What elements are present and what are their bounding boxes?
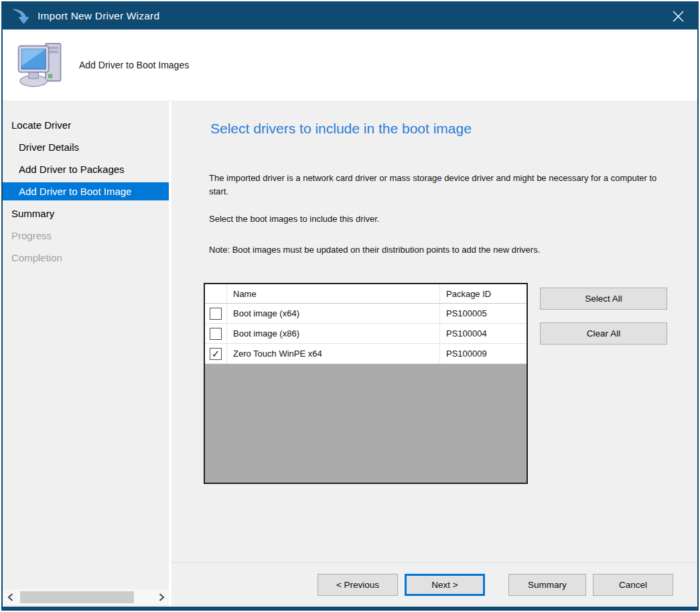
row-name: Boot image (x64): [227, 304, 440, 323]
boot-image-table-area: Name Package ID Boot image (x64) PS10000…: [204, 283, 677, 484]
window-title: Import New Driver Wizard: [38, 10, 658, 22]
import-arrow-icon: [12, 7, 29, 25]
page-title: Select drivers to include in the boot im…: [210, 121, 677, 137]
table-header-row: Name Package ID: [205, 284, 527, 304]
header-title: Add Driver to Boot Images: [79, 60, 189, 70]
select-all-button[interactable]: Select All: [540, 288, 667, 310]
sidebar-item-completion: Completion: [3, 249, 169, 267]
selection-buttons: Select All Clear All: [540, 288, 667, 484]
close-button[interactable]: [658, 3, 697, 29]
table-row[interactable]: Boot image (x64) PS100005: [205, 304, 527, 324]
cancel-button[interactable]: Cancel: [593, 574, 673, 596]
description-text: The imported driver is a network card dr…: [209, 172, 677, 198]
content-pane: Select drivers to include in the boot im…: [171, 101, 697, 607]
row-package-id: PS100005: [440, 304, 527, 323]
header-checkbox-cell: [205, 284, 227, 303]
scrollbar-thumb[interactable]: [20, 591, 134, 603]
table-row[interactable]: Zero Touch WinPE x64 PS100009: [205, 344, 527, 364]
sidebar-item-locate-driver[interactable]: Locate Driver: [3, 116, 169, 134]
clear-all-button[interactable]: Clear All: [540, 322, 667, 345]
wizard-footer: < Previous Next > Summary Cancel: [171, 562, 697, 607]
column-header-name[interactable]: Name: [227, 284, 440, 303]
row-checkbox[interactable]: [210, 348, 222, 360]
wizard-header: Add Driver to Boot Images: [3, 29, 697, 101]
scroll-right-arrow-icon[interactable]: [154, 589, 169, 605]
titlebar[interactable]: Import New Driver Wizard: [3, 3, 697, 29]
sidebar-item-add-driver-to-boot-image[interactable]: Add Driver to Boot Image: [3, 182, 169, 200]
sidebar-item-add-driver-to-packages[interactable]: Add Driver to Packages: [3, 160, 169, 178]
table-row[interactable]: Boot image (x86) PS100004: [205, 324, 527, 344]
computer-icon: [16, 40, 67, 90]
table-empty-area: [205, 364, 527, 483]
scrollbar-track[interactable]: [17, 589, 154, 605]
step-sidebar: Locate Driver Driver Details Add Driver …: [3, 101, 169, 607]
content-main: Select drivers to include in the boot im…: [171, 101, 697, 562]
row-package-id: PS100009: [440, 344, 527, 363]
sidebar-item-summary[interactable]: Summary: [3, 204, 169, 223]
wizard-window: Import New Driver Wizard Add Driver to B…: [1, 1, 699, 611]
sidebar-horizontal-scrollbar[interactable]: [3, 589, 169, 605]
sidebar-item-progress: Progress: [3, 227, 169, 245]
scroll-left-arrow-icon[interactable]: [3, 589, 17, 605]
summary-button[interactable]: Summary: [508, 574, 586, 596]
previous-button[interactable]: < Previous: [318, 574, 398, 596]
row-name: Boot image (x86): [227, 324, 440, 343]
next-button[interactable]: Next >: [405, 574, 485, 596]
row-name: Zero Touch WinPE x64: [227, 344, 440, 363]
row-package-id: PS100004: [440, 324, 527, 343]
instruction-text: Select the boot images to include this d…: [209, 212, 677, 226]
column-header-package-id[interactable]: Package ID: [440, 284, 527, 303]
note-text: Note: Boot images must be updated on the…: [209, 243, 677, 257]
row-checkbox[interactable]: [210, 328, 222, 340]
sidebar-item-driver-details[interactable]: Driver Details: [3, 138, 169, 156]
row-checkbox[interactable]: [210, 308, 222, 320]
boot-image-table: Name Package ID Boot image (x64) PS10000…: [204, 283, 528, 484]
wizard-body: Locate Driver Driver Details Add Driver …: [3, 101, 697, 607]
